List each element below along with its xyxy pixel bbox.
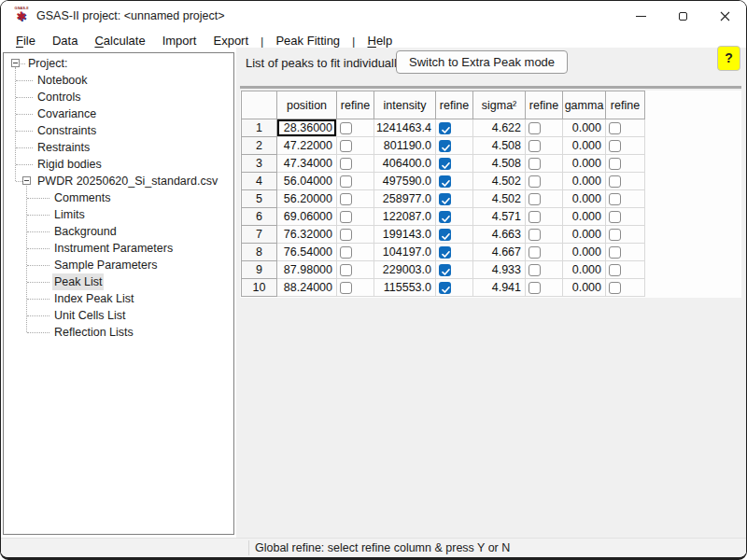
intensity-refine-checkbox[interactable] <box>439 175 451 188</box>
menu-file[interactable]: File <box>7 31 44 51</box>
sigma2-refine-checkbox[interactable] <box>529 246 541 259</box>
intensity-refine-checkbox[interactable] <box>439 122 451 134</box>
tree-item-instrument-parameters[interactable]: Instrument Parameters <box>52 240 175 257</box>
column-header-gamma-7[interactable]: gamma <box>563 91 606 119</box>
intensity-refine-checkbox[interactable] <box>439 246 451 259</box>
gamma-cell[interactable]: 0.000 <box>563 244 606 261</box>
gamma-cell[interactable]: 0.000 <box>563 208 606 226</box>
sigma2-refine-checkbox[interactable] <box>529 175 541 188</box>
sigma2-refine-checkbox[interactable] <box>529 211 541 223</box>
intensity-cell[interactable]: 1241463.4 <box>374 119 436 137</box>
sigma2-refine-checkbox[interactable] <box>529 282 541 294</box>
tree-item-pwdr-20250620-si-standard-csv[interactable]: PWDR 20250620_Si_standard.csv <box>35 173 219 189</box>
sigma2-refine-checkbox[interactable] <box>529 264 541 276</box>
help-button[interactable]: ? <box>717 46 740 71</box>
column-header-refine-6[interactable]: refine <box>526 91 563 119</box>
tree-item-notebook[interactable]: Notebook <box>35 72 90 89</box>
intensity-cell[interactable]: 801190.0 <box>374 137 436 155</box>
sigma2-cell[interactable]: 4.571 <box>473 208 526 226</box>
tree-item-comments[interactable]: Comments <box>52 189 112 206</box>
gamma-cell[interactable]: 0.000 <box>563 137 606 155</box>
gamma-cell[interactable]: 0.000 <box>563 173 606 190</box>
column-header-refine-8[interactable]: refine <box>606 91 645 119</box>
position-refine-checkbox[interactable] <box>340 229 352 241</box>
close-button[interactable] <box>704 1 746 31</box>
row-label[interactable]: 5 <box>242 190 277 208</box>
gamma-cell[interactable]: 0.000 <box>563 190 606 208</box>
gamma-refine-checkbox[interactable] <box>609 140 621 152</box>
position-cell[interactable]: 56.20000 <box>277 190 337 208</box>
sigma2-cell[interactable]: 4.502 <box>473 173 526 190</box>
sigma2-cell[interactable]: 4.502 <box>473 190 526 208</box>
row-label[interactable]: 7 <box>242 226 277 244</box>
tree-item-sample-parameters[interactable]: Sample Parameters <box>52 257 159 273</box>
position-refine-checkbox[interactable] <box>340 193 352 205</box>
position-refine-checkbox[interactable] <box>340 140 352 152</box>
position-cell[interactable]: 87.98000 <box>277 261 337 279</box>
position-refine-checkbox[interactable] <box>340 175 352 188</box>
sigma2-refine-checkbox[interactable] <box>529 122 541 134</box>
position-refine-checkbox[interactable] <box>340 264 352 276</box>
position-cell[interactable]: 88.24000 <box>277 279 337 297</box>
position-cell[interactable]: 69.06000 <box>277 208 337 226</box>
gamma-refine-checkbox[interactable] <box>609 282 621 294</box>
sigma2-cell[interactable]: 4.933 <box>473 261 526 279</box>
gamma-cell[interactable]: 0.000 <box>563 226 606 244</box>
row-label[interactable]: 9 <box>242 261 277 279</box>
tree-item-constraints[interactable]: Constraints <box>35 122 98 139</box>
tree-item-restraints[interactable]: Restraints <box>35 139 92 156</box>
sigma2-cell[interactable]: 4.667 <box>473 244 526 261</box>
intensity-cell[interactable]: 199143.0 <box>374 226 436 244</box>
gamma-refine-checkbox[interactable] <box>609 229 621 241</box>
gamma-refine-checkbox[interactable] <box>609 158 621 170</box>
intensity-refine-checkbox[interactable] <box>439 282 451 294</box>
menu-data[interactable]: Data <box>44 31 86 51</box>
tree-item-rigid-bodies[interactable]: Rigid bodies <box>35 156 104 173</box>
column-header-intensity-3[interactable]: intensity <box>374 91 436 119</box>
position-refine-checkbox[interactable] <box>340 122 352 134</box>
intensity-cell[interactable]: 497590.0 <box>374 173 436 190</box>
gamma-refine-checkbox[interactable] <box>609 211 621 223</box>
intensity-cell[interactable]: 115553.0 <box>374 279 436 297</box>
maximize-button[interactable] <box>662 1 704 31</box>
gamma-refine-checkbox[interactable] <box>609 175 621 188</box>
column-header-refine-2[interactable]: refine <box>337 91 374 119</box>
position-cell[interactable]: 47.34000 <box>277 155 337 173</box>
tree-item-project[interactable]: Project: <box>26 55 69 72</box>
intensity-cell[interactable]: 122087.0 <box>374 208 436 226</box>
sigma2-cell[interactable]: 4.508 <box>473 137 526 155</box>
sigma2-cell[interactable]: 4.622 <box>473 119 526 137</box>
tree-collapse-icon[interactable] <box>22 176 31 185</box>
gamma-cell[interactable]: 0.000 <box>563 279 606 297</box>
row-label[interactable]: 8 <box>242 244 277 261</box>
position-cell[interactable]: 56.04000 <box>277 173 337 190</box>
column-header-position-1[interactable]: position <box>277 91 337 119</box>
sigma2-refine-checkbox[interactable] <box>529 140 541 152</box>
panel-sash[interactable] <box>240 86 741 89</box>
position-cell[interactable]: 28.36000 <box>277 119 337 137</box>
column-header-refine-4[interactable]: refine <box>436 91 473 119</box>
intensity-refine-checkbox[interactable] <box>439 193 451 205</box>
row-label[interactable]: 3 <box>242 155 277 173</box>
sigma2-cell[interactable]: 4.663 <box>473 226 526 244</box>
tree-item-background[interactable]: Background <box>52 223 119 240</box>
intensity-refine-checkbox[interactable] <box>439 140 451 152</box>
column-header-sigma--5[interactable]: sigma² <box>473 91 526 119</box>
intensity-cell[interactable]: 104197.0 <box>374 244 436 261</box>
intensity-refine-checkbox[interactable] <box>439 158 451 170</box>
tree-item-covariance[interactable]: Covariance <box>35 105 98 122</box>
gamma-refine-checkbox[interactable] <box>609 264 621 276</box>
sigma2-cell[interactable]: 4.941 <box>473 279 526 297</box>
gamma-refine-checkbox[interactable] <box>609 193 621 205</box>
sigma2-refine-checkbox[interactable] <box>529 229 541 241</box>
gamma-cell[interactable]: 0.000 <box>563 155 606 173</box>
switch-extra-peak-mode-button[interactable]: Switch to Extra Peak mode <box>396 50 568 74</box>
intensity-cell[interactable]: 406400.0 <box>374 155 436 173</box>
row-label[interactable]: 4 <box>242 173 277 190</box>
tree-item-controls[interactable]: Controls <box>35 89 83 105</box>
intensity-cell[interactable]: 229003.0 <box>374 261 436 279</box>
row-label[interactable]: 6 <box>242 208 277 226</box>
gamma-cell[interactable]: 0.000 <box>563 119 606 137</box>
intensity-refine-checkbox[interactable] <box>439 264 451 276</box>
position-refine-checkbox[interactable] <box>340 158 352 170</box>
